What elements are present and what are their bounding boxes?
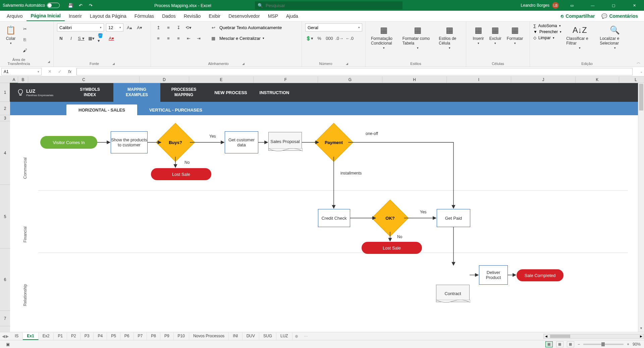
- decrease-decimal-icon[interactable]: ←.0: [345, 34, 354, 42]
- col-header-D[interactable]: D: [140, 76, 189, 83]
- shape-ok-decision[interactable]: OK?: [377, 205, 403, 231]
- comma-format-icon[interactable]: 000: [325, 34, 333, 42]
- tab-exibir[interactable]: Exibir: [205, 11, 224, 21]
- shape-buys-decision[interactable]: Buys?: [162, 129, 189, 156]
- col-header-H[interactable]: H: [382, 76, 447, 83]
- shape-visitor-comes-in[interactable]: Visitor Comes In: [40, 136, 97, 149]
- nav-new-process[interactable]: NEW PROCESS: [207, 83, 254, 102]
- format-painter-icon[interactable]: 🖌: [21, 46, 29, 54]
- col-header-G[interactable]: G: [318, 76, 382, 83]
- font-size-combo[interactable]: 12▾: [106, 23, 123, 31]
- dialog-launcher-icon[interactable]: ◢: [112, 62, 115, 65]
- merge-center-button[interactable]: ▦Mesclar e Centralizar ▾: [209, 34, 282, 42]
- tab-revisao[interactable]: Revisão: [180, 11, 205, 21]
- align-right-icon[interactable]: ≡: [174, 34, 182, 42]
- sheet-more-icon[interactable]: ⋯: [304, 334, 308, 339]
- nav-mapping-examples[interactable]: MAPPINGEXAMPLES: [113, 83, 160, 102]
- scroll-down-icon[interactable]: ▼: [638, 327, 644, 332]
- delete-cells-button[interactable]: ▦Excluir▾: [487, 23, 503, 46]
- row-header-5[interactable]: 5: [0, 185, 10, 249]
- copy-icon[interactable]: ⎘: [21, 36, 29, 44]
- sheet-tab-P6[interactable]: P6: [120, 333, 134, 340]
- sheet-nav-next-icon[interactable]: ▶: [6, 334, 9, 339]
- subtab-horizontal-sales[interactable]: HORIZONTAL - SALES: [66, 105, 137, 115]
- page-break-view-button[interactable]: ▦: [567, 341, 574, 347]
- align-bottom-icon[interactable]: ↧: [174, 23, 182, 31]
- sheet-tab-Novos Processos[interactable]: Novos Processos: [189, 333, 229, 340]
- save-icon[interactable]: 💾: [68, 3, 73, 8]
- nav-processes-mapping[interactable]: PROCESSESMAPPING: [160, 83, 207, 102]
- zoom-level[interactable]: 90%: [633, 342, 641, 347]
- sheet-tab-P9[interactable]: P9: [160, 333, 174, 340]
- scroll-thumb[interactable]: [639, 84, 643, 111]
- zoom-slider[interactable]: [583, 344, 624, 345]
- number-format-combo[interactable]: Geral▾: [305, 23, 362, 31]
- increase-decimal-icon[interactable]: .0→: [335, 34, 343, 42]
- sheet-tab-P8[interactable]: P8: [147, 333, 160, 340]
- decrease-indent-icon[interactable]: ⇤: [184, 34, 193, 42]
- nav-instruction[interactable]: INSTRUCTION: [254, 83, 294, 102]
- align-top-icon[interactable]: ↥: [154, 23, 162, 31]
- col-header-C[interactable]: C: [28, 76, 140, 83]
- increase-indent-icon[interactable]: ⇥: [195, 34, 203, 42]
- row-header-4[interactable]: 4: [0, 121, 10, 185]
- nav-symbols-index[interactable]: SYMBOLSINDEX: [66, 83, 113, 102]
- sheet-tab-P4[interactable]: P4: [94, 333, 107, 340]
- borders-button[interactable]: ▦▾: [87, 34, 95, 42]
- horizontal-scrollbar[interactable]: ◀ ▶: [543, 334, 644, 339]
- sheet-tab-Ex2[interactable]: Ex2: [39, 333, 54, 340]
- find-select-button[interactable]: 🔍Localizar e Selecionar▾: [598, 23, 632, 51]
- record-macro-icon[interactable]: ▣: [6, 342, 10, 347]
- clear-button[interactable]: ◇Limpar ▾: [533, 36, 561, 40]
- shape-sales-proposal[interactable]: Sales Proposal: [268, 132, 302, 151]
- sheet-tab-P10[interactable]: P10: [174, 333, 189, 340]
- row-header-6[interactable]: 6: [0, 249, 10, 311]
- sheet-tab-LUZ[interactable]: LUZ: [276, 333, 292, 340]
- add-sheet-button[interactable]: ⊕: [292, 334, 301, 339]
- search-box[interactable]: 🔍: [255, 1, 402, 9]
- collapse-ribbon-icon[interactable]: ︿: [637, 60, 641, 65]
- tab-inserir[interactable]: Inserir: [65, 11, 86, 21]
- paste-button[interactable]: 📋 Colar▾: [3, 23, 18, 46]
- sheet-tab-P2[interactable]: P2: [67, 333, 80, 340]
- scroll-left-icon[interactable]: ◀: [544, 335, 549, 338]
- share-button[interactable]: ⎋Compartilhar: [557, 12, 598, 20]
- sheet-tab-Ex1[interactable]: Ex1: [23, 333, 38, 340]
- shape-get-paid[interactable]: Get Paid: [437, 209, 470, 227]
- subtab-vertical-purchases[interactable]: VERTICAL - PURCHASES: [137, 105, 214, 115]
- decrease-font-icon[interactable]: A▾: [136, 23, 144, 31]
- shape-sale-completed[interactable]: Sale Completed: [517, 269, 564, 281]
- zoom-in-button[interactable]: +: [627, 342, 629, 347]
- tab-arquivo[interactable]: Arquivo: [3, 11, 26, 21]
- grid[interactable]: LUZPlanilhas Empresariais SYMBOLSINDEX M…: [10, 83, 638, 332]
- row-headers[interactable]: 12345678: [0, 83, 10, 332]
- align-left-icon[interactable]: ≡: [154, 34, 162, 42]
- cell-styles-button[interactable]: ▦Estilos de Célula▾: [437, 23, 463, 51]
- redo-icon[interactable]: ↷: [88, 3, 93, 8]
- undo-icon[interactable]: ↶: [78, 3, 83, 8]
- col-header-F[interactable]: F: [254, 76, 318, 83]
- row-header-2[interactable]: 2: [0, 102, 10, 115]
- cancel-formula-icon[interactable]: ✕: [46, 68, 54, 76]
- increase-font-icon[interactable]: A▴: [125, 23, 133, 31]
- sheet-tab-SUG[interactable]: SUG: [259, 333, 276, 340]
- row-header-3[interactable]: 3: [0, 115, 10, 121]
- sheet-tab-IS[interactable]: IS: [11, 333, 23, 340]
- shape-lost-sale-2[interactable]: Lost Sale: [362, 242, 422, 254]
- conditional-formatting-button[interactable]: ▦Formatação Condicional▾: [369, 23, 399, 51]
- scroll-right-icon[interactable]: ▶: [639, 335, 644, 338]
- italic-button[interactable]: I: [67, 34, 75, 42]
- col-header-J[interactable]: J: [511, 76, 576, 83]
- tab-dados[interactable]: Dados: [158, 11, 179, 21]
- align-middle-icon[interactable]: ≡: [164, 23, 172, 31]
- shape-payment-decision[interactable]: Payment: [320, 129, 347, 156]
- maximize-icon[interactable]: ▢: [606, 0, 621, 11]
- autosave-toggle[interactable]: Salvamento Automático: [3, 3, 60, 8]
- dialog-launcher-icon[interactable]: ◢: [346, 62, 348, 65]
- font-color-button[interactable]: A▾: [107, 34, 115, 42]
- shape-get-customer-data[interactable]: Get customer data: [225, 131, 258, 153]
- close-icon[interactable]: ✕: [627, 0, 642, 11]
- shape-contract[interactable]: Contract: [436, 285, 470, 302]
- shape-deliver-product[interactable]: Deliver Product: [479, 265, 508, 285]
- row-header-7[interactable]: 7: [0, 311, 10, 326]
